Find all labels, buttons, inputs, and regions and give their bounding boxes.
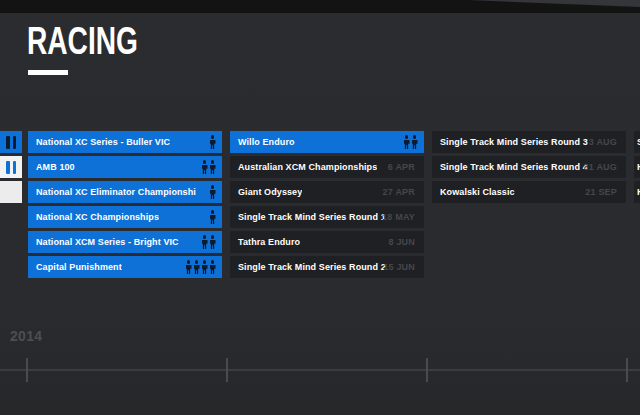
event-label: National XC Eliminator Championships — [28, 187, 196, 197]
event-item[interactable]: H — [634, 156, 640, 178]
event-item[interactable]: Capital Punishment — [28, 256, 222, 278]
event-item[interactable]: Australian XCM Championships6 APR — [230, 156, 424, 178]
event-label: Single Track Mind Series Round 1 — [230, 212, 386, 222]
event-item[interactable]: Single Track Mind Series Round 33 AUG — [432, 131, 626, 153]
person-icon — [209, 135, 216, 149]
event-date: 15 JUN — [383, 262, 415, 272]
timeline-tick — [626, 358, 628, 382]
event-item[interactable] — [0, 181, 22, 203]
event-date: 27 APR — [383, 187, 415, 197]
participants-icon — [209, 181, 216, 203]
event-column-series-column-1: National XC Series - Buller VICAMB 100Na… — [28, 131, 222, 281]
event-date: 18 MAY — [382, 212, 415, 222]
event-date: 3 AUG — [589, 137, 617, 147]
event-item[interactable]: National XC Eliminator Championships — [28, 181, 222, 203]
person-icon — [201, 160, 208, 174]
event-label: Capital Punishment — [28, 262, 122, 272]
participants-icon — [209, 206, 216, 228]
event-item[interactable]: Kowalski Classic21 SEP — [432, 181, 626, 203]
event-item[interactable]: National XC Championships — [28, 206, 222, 228]
event-item[interactable]: H — [634, 181, 640, 203]
event-label: AMB 100 — [28, 162, 75, 172]
event-label: Tathra Enduro — [230, 237, 300, 247]
event-label: Single Track Mind Series Round 4 — [432, 162, 588, 172]
participants-icon — [185, 256, 216, 278]
event-item[interactable]: Giant Odyssey27 APR — [230, 181, 424, 203]
event-item[interactable]: Single Track Mind Series Round 118 MAY — [230, 206, 424, 228]
event-item[interactable]: National XC Series - Buller VIC — [28, 131, 222, 153]
person-icon — [209, 210, 216, 224]
event-date: 8 JUN — [388, 237, 415, 247]
event-item[interactable] — [0, 131, 22, 153]
person-icon — [201, 260, 208, 274]
event-label: Giant Odyssey — [230, 187, 302, 197]
person-icon — [403, 135, 410, 149]
pause-icon — [6, 156, 16, 178]
event-date: 31 AUG — [584, 162, 617, 172]
event-label: Kowalski Classic — [432, 187, 515, 197]
person-icon — [411, 135, 418, 149]
event-column-series-column-3: Single Track Mind Series Round 33 AUGSin… — [432, 131, 626, 206]
participants-icon — [403, 131, 418, 153]
event-label: H — [634, 162, 640, 172]
person-icon — [209, 235, 216, 249]
event-label: National XC Series - Buller VIC — [28, 137, 170, 147]
event-label: Australian XCM Championships — [230, 162, 377, 172]
event-item[interactable]: S — [634, 131, 640, 153]
event-item[interactable]: Single Track Mind Series Round 215 JUN — [230, 256, 424, 278]
events-board: National XC Series - Buller VICAMB 100Na… — [0, 131, 640, 281]
event-label: National XCM Series - Bright VIC — [28, 237, 179, 247]
timeline-tick — [226, 358, 228, 382]
person-icon — [193, 260, 200, 274]
event-date: 21 SEP — [585, 187, 617, 197]
participants-icon — [209, 131, 216, 153]
event-label: Willo Enduro — [230, 137, 295, 147]
event-item[interactable]: National XCM Series - Bright VIC — [28, 231, 222, 253]
pause-icon — [6, 131, 16, 153]
event-column-series-column-2: Willo EnduroAustralian XCM Championships… — [230, 131, 424, 281]
timeline-year-label: 2014 — [10, 328, 42, 344]
page-title: RACING — [27, 22, 138, 60]
person-icon — [185, 260, 192, 274]
participants-icon — [201, 231, 216, 253]
participants-icon — [201, 156, 216, 178]
event-item[interactable]: Tathra Enduro8 JUN — [230, 231, 424, 253]
event-column-series-column-4-cutoff: SHH — [634, 131, 640, 206]
event-item[interactable] — [0, 156, 22, 178]
event-label: H — [634, 187, 640, 197]
timeline-tick — [26, 358, 28, 382]
event-label: Single Track Mind Series Round 2 — [230, 262, 386, 272]
timeline-tick — [426, 358, 428, 382]
timeline-axis — [0, 369, 640, 371]
event-label: National XC Championships — [28, 212, 159, 222]
title-underline — [28, 70, 68, 75]
person-icon — [209, 260, 216, 274]
person-icon — [201, 235, 208, 249]
event-item[interactable]: Single Track Mind Series Round 431 AUG — [432, 156, 626, 178]
event-item[interactable]: AMB 100 — [28, 156, 222, 178]
event-item[interactable]: Willo Enduro — [230, 131, 424, 153]
person-icon — [209, 160, 216, 174]
event-label: S — [634, 137, 640, 147]
event-column-past-cutoff — [0, 131, 22, 206]
event-label: Single Track Mind Series Round 3 — [432, 137, 588, 147]
person-icon — [209, 185, 216, 199]
event-date: 6 APR — [388, 162, 415, 172]
racing-events-page: RACING National XC Series - Buller VICAM… — [0, 0, 640, 415]
